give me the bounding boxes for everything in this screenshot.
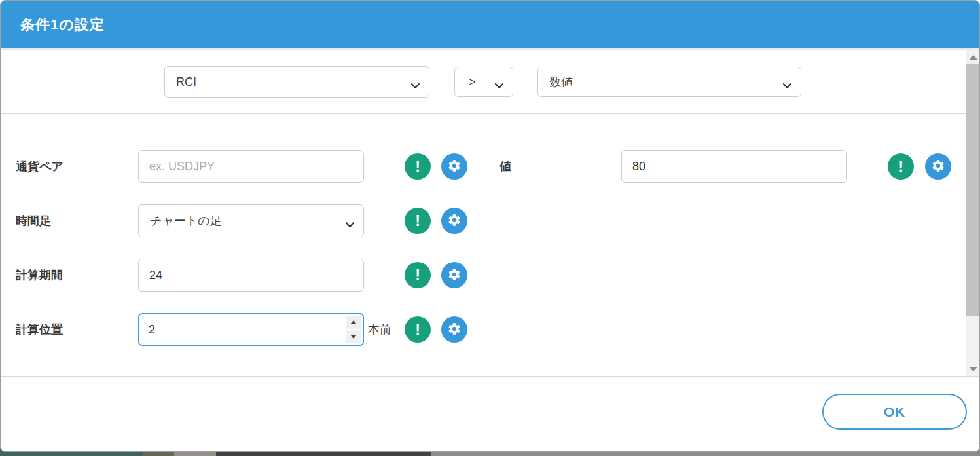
calc-position-settings-button[interactable]	[441, 316, 467, 343]
value-alert-button[interactable]: !	[888, 153, 914, 180]
arrow-up-icon	[970, 55, 977, 60]
calc-position-input[interactable]	[139, 314, 336, 345]
operator-select-value: >	[469, 75, 476, 89]
dialog-header: 条件1の設定	[1, 1, 979, 50]
value-label: 値	[499, 150, 511, 183]
calc-period-label: 計算期間	[16, 259, 63, 292]
scroll-down-button[interactable]	[966, 362, 980, 376]
exclamation-icon: !	[415, 159, 420, 174]
arrow-down-icon	[970, 367, 977, 371]
timeframe-alert-button[interactable]: !	[405, 208, 431, 234]
chevron-down-icon	[782, 79, 792, 92]
vertical-scrollbar[interactable]	[966, 50, 980, 376]
gear-icon	[447, 322, 462, 338]
calc-period-settings-button[interactable]	[441, 262, 467, 288]
scroll-up-button[interactable]	[966, 50, 980, 64]
timeframe-select[interactable]: チャートの足	[138, 204, 364, 237]
exclamation-icon: !	[415, 268, 420, 283]
dialog-title: 条件1の設定	[20, 1, 105, 48]
operator-select[interactable]: >	[454, 67, 513, 97]
ok-button[interactable]: OK	[822, 394, 967, 430]
timeframe-label: 時間足	[16, 204, 51, 237]
gear-icon	[447, 159, 462, 175]
exclamation-icon: !	[415, 214, 420, 229]
footer-divider	[1, 376, 980, 377]
exclamation-icon: !	[898, 159, 903, 174]
timeframe-select-value: チャートの足	[150, 213, 222, 229]
condition-settings-dialog: 条件1の設定 RCI > 数値 通貨ペア !	[0, 0, 980, 452]
chevron-down-icon	[494, 79, 504, 92]
value-type-select[interactable]: 数値	[537, 67, 801, 97]
arrow-up-icon	[350, 320, 357, 324]
gear-icon	[931, 159, 945, 175]
stepper-down-button[interactable]	[346, 330, 361, 343]
calc-position-suffix: 本前	[368, 313, 391, 346]
calc-period-alert-button[interactable]: !	[405, 262, 431, 288]
chevron-down-icon	[410, 79, 420, 92]
exclamation-icon: !	[415, 322, 420, 337]
timeframe-settings-button[interactable]	[441, 208, 467, 234]
calc-position-label: 計算位置	[16, 313, 63, 346]
value-settings-button[interactable]	[925, 153, 951, 180]
gear-icon	[447, 213, 462, 229]
indicator-select[interactable]: RCI	[164, 66, 429, 98]
calc-position-stepper[interactable]	[138, 313, 364, 346]
currency-pair-label: 通貨ペア	[16, 150, 64, 183]
indicator-select-value: RCI	[176, 75, 196, 89]
section-divider	[1, 113, 980, 114]
stepper-up-button[interactable]	[346, 316, 361, 329]
value-input[interactable]	[621, 150, 847, 183]
calc-position-alert-button[interactable]: !	[405, 316, 431, 343]
gear-icon	[447, 267, 462, 284]
value-type-select-value: 数値	[549, 74, 573, 90]
stepper-arrows	[346, 316, 361, 343]
currency-pair-input[interactable]	[138, 150, 364, 183]
calc-period-input[interactable]	[138, 259, 364, 292]
arrow-down-icon	[350, 335, 357, 339]
scrollbar-thumb[interactable]	[966, 64, 980, 316]
currency-pair-alert-button[interactable]: !	[405, 153, 431, 180]
chevron-down-icon	[345, 218, 355, 231]
currency-pair-settings-button[interactable]	[441, 153, 467, 180]
screen: 条件1の設定 RCI > 数値 通貨ペア !	[0, 0, 980, 456]
